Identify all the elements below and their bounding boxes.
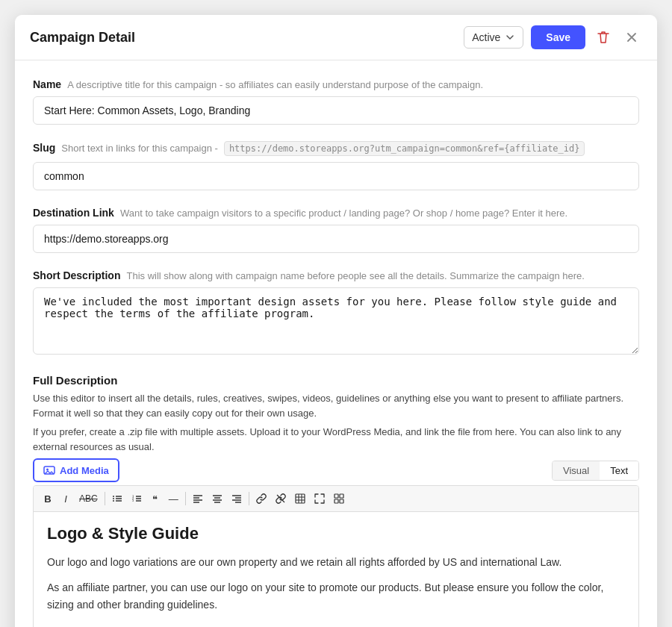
align-right-button[interactable] xyxy=(228,490,246,507)
add-media-button[interactable]: Add Media xyxy=(33,458,119,482)
ordered-list-button[interactable]: 123 xyxy=(128,490,146,507)
short-desc-input[interactable] xyxy=(33,287,639,355)
svg-text:3: 3 xyxy=(132,499,134,502)
editor-heading: Logo & Style Guide xyxy=(47,524,625,543)
svg-rect-34 xyxy=(335,499,338,503)
chevron-icon xyxy=(505,32,515,43)
status-select[interactable]: Active xyxy=(464,26,523,49)
link-button[interactable] xyxy=(252,490,270,507)
blockquote-button[interactable]: ❝ xyxy=(147,490,164,507)
header-actions: Active Save xyxy=(464,25,642,49)
ol-icon: 123 xyxy=(131,493,142,504)
slug-field-group: Slug Short text in links for this campai… xyxy=(33,141,639,190)
destination-label-row: Destination Link Want to take campaign v… xyxy=(33,207,639,219)
name-hint: A descriptive title for this campaign - … xyxy=(67,79,483,90)
modal-body: Name A descriptive title for this campai… xyxy=(15,60,657,627)
destination-hint: Want to take campaign visitors to a spec… xyxy=(120,208,567,219)
close-button[interactable] xyxy=(621,27,642,48)
fullscreen-button[interactable] xyxy=(311,490,329,507)
align-center-button[interactable] xyxy=(208,490,226,507)
editor-paragraph-1: Our logo and logo variations are our own… xyxy=(47,554,625,570)
delete-button[interactable] xyxy=(593,27,614,48)
svg-point-6 xyxy=(113,498,114,499)
full-desc-hint1: Use this editor to insert all the detail… xyxy=(33,391,639,420)
align-left-button[interactable] xyxy=(189,490,207,507)
unordered-list-button[interactable] xyxy=(108,490,126,507)
svg-point-7 xyxy=(113,500,114,502)
visual-tab[interactable]: Visual xyxy=(553,461,600,480)
name-input[interactable] xyxy=(33,96,639,125)
full-desc-label: Full Description xyxy=(33,374,639,387)
campaign-detail-modal: Campaign Detail Active Save xyxy=(15,15,657,627)
link-icon xyxy=(256,493,267,504)
divider-3 xyxy=(249,492,249,505)
destination-input[interactable] xyxy=(33,225,639,253)
fullscreen-icon xyxy=(314,493,325,504)
svg-rect-32 xyxy=(335,494,338,498)
slug-hint: Short text in links for this campaign - xyxy=(61,143,218,154)
modal-header: Campaign Detail Active Save xyxy=(15,15,657,60)
short-desc-label: Short Description xyxy=(33,269,120,281)
page-title: Campaign Detail xyxy=(30,30,464,46)
editor-content[interactable]: Logo & Style Guide Our logo and logo var… xyxy=(34,512,638,627)
unlink-button[interactable] xyxy=(272,490,290,507)
table-button[interactable] xyxy=(291,490,309,507)
save-button[interactable]: Save xyxy=(531,25,585,49)
editor-container: B I ABC 123 ❝ — xyxy=(33,485,639,627)
unlink-icon xyxy=(276,493,286,504)
short-desc-hint: This will show along with campaign name … xyxy=(126,270,585,281)
destination-field-group: Destination Link Want to take campaign v… xyxy=(33,207,639,253)
add-media-label: Add Media xyxy=(60,465,109,476)
name-label-row: Name A descriptive title for this campai… xyxy=(33,78,639,90)
full-desc-field-group: Full Description Use this editor to inse… xyxy=(33,374,639,627)
short-desc-field-group: Short Description This will show along w… xyxy=(33,269,639,358)
divider-1 xyxy=(105,492,105,505)
editor-buttons: B I ABC 123 ❝ — xyxy=(34,486,638,512)
status-label: Active xyxy=(472,31,500,43)
name-label: Name xyxy=(33,78,61,90)
grid-icon xyxy=(334,493,344,504)
align-left-icon xyxy=(193,493,203,504)
slug-label-row: Slug Short text in links for this campai… xyxy=(33,141,639,156)
strikethrough-button[interactable]: ABC xyxy=(75,490,102,507)
slug-label: Slug xyxy=(33,142,55,154)
align-center-icon xyxy=(212,493,223,504)
ul-icon xyxy=(112,493,122,504)
editor-toolbar-row: Add Media Visual Text xyxy=(33,458,639,482)
add-media-icon xyxy=(43,464,55,476)
grid-button[interactable] xyxy=(330,490,348,507)
svg-point-5 xyxy=(113,496,114,497)
align-right-icon xyxy=(231,493,242,504)
divider-2 xyxy=(185,492,186,505)
short-desc-label-row: Short Description This will show along w… xyxy=(33,269,639,281)
hr-button[interactable]: — xyxy=(165,490,182,507)
svg-point-1 xyxy=(46,469,49,471)
table-icon xyxy=(295,493,305,504)
bold-button[interactable]: B xyxy=(40,490,56,507)
svg-rect-27 xyxy=(296,494,305,503)
italic-button[interactable]: I xyxy=(57,490,74,507)
full-desc-hint2: If you prefer, create a .zip file with m… xyxy=(33,425,639,454)
svg-rect-35 xyxy=(340,499,343,503)
editor-paragraph-2: As an affiliate partner, you can use our… xyxy=(47,579,625,613)
trash-icon xyxy=(596,30,611,45)
destination-label: Destination Link xyxy=(33,207,114,219)
view-tabs: Visual Text xyxy=(552,461,639,481)
name-field-group: Name A descriptive title for this campai… xyxy=(33,78,639,125)
svg-rect-33 xyxy=(340,494,343,498)
slug-input[interactable] xyxy=(33,162,639,190)
slug-hint-code: https://demo.storeapps.org?utm_campaign=… xyxy=(224,141,585,156)
text-tab[interactable]: Text xyxy=(600,461,638,480)
close-icon xyxy=(624,30,639,45)
